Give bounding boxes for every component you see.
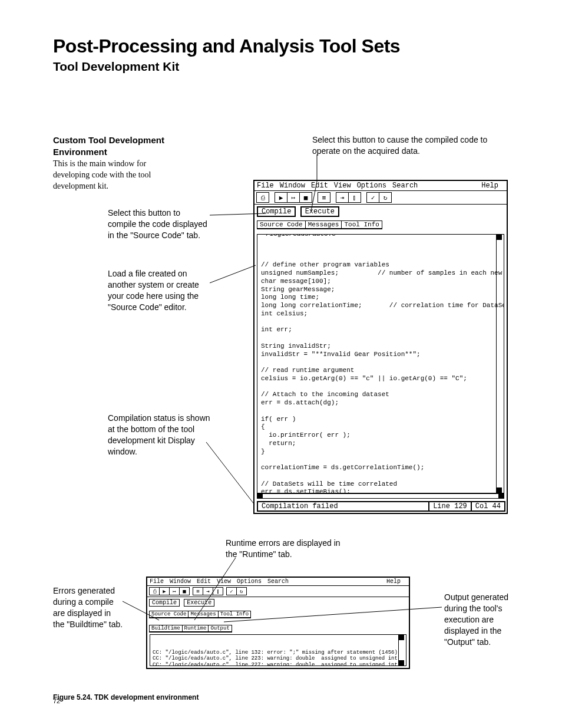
menu-search[interactable]: Search xyxy=(392,182,418,190)
page-subtitle: Tool Development Kit xyxy=(53,60,515,74)
section-heading: Custom Tool Development Environment xyxy=(53,134,165,157)
messages-text: CC: "/logic/eads/auto.c", line 132: erro… xyxy=(153,650,404,666)
tab-source-code[interactable]: Source Code xyxy=(257,220,306,229)
callout-compile: Select this button to compile the code d… xyxy=(108,207,208,241)
menu-window[interactable]: Window xyxy=(170,578,191,585)
print-icon[interactable]: ⎙ xyxy=(256,192,269,203)
menubar: File Window Edit View Options Search Hel… xyxy=(254,181,507,191)
source-file-path: /logic/eads/auto.c xyxy=(263,234,338,239)
group-icon[interactable]: ⇥ xyxy=(336,192,349,203)
svg-line-3 xyxy=(210,265,256,283)
run-icon[interactable]: ▶ xyxy=(159,587,170,595)
tab-tool-info[interactable]: Tool Info xyxy=(341,220,382,229)
page-title: Post-Processing and Analysis Tool Sets xyxy=(53,35,515,57)
status-message: Compilation failed xyxy=(257,501,429,512)
callout-source-editor: Load a file created on another system or… xyxy=(108,268,208,313)
tdk-messages-window: File Window Edit View Options Search Hel… xyxy=(146,577,410,669)
step-icon[interactable]: ↦ xyxy=(287,192,300,203)
stop-icon[interactable]: ■ xyxy=(179,587,190,595)
tdk-main-window: File Window Edit View Options Search Hel… xyxy=(253,180,508,514)
section-body: This is the main window for developing c… xyxy=(53,159,165,192)
callout-runtime: Runtime errors are displayed in the "Run… xyxy=(226,538,349,560)
horizontal-scrollbar[interactable] xyxy=(257,493,504,499)
toolbar-small: ⎙ ▶ ↦ ■ ≡ ⇥ ⫿ ✓ ↻ xyxy=(147,586,409,597)
menu-edit[interactable]: Edit xyxy=(311,182,328,190)
menu-options[interactable]: Options xyxy=(357,182,386,190)
menu-file[interactable]: File xyxy=(257,182,274,190)
step-icon[interactable]: ↦ xyxy=(169,587,180,595)
menubar-small: File Window Edit View Options Search Hel… xyxy=(147,578,409,586)
source-code-text: // define other program variables unsign… xyxy=(261,261,500,493)
menu-search[interactable]: Search xyxy=(267,578,289,585)
loop-icon[interactable]: ↻ xyxy=(236,587,247,595)
menu-view[interactable]: View xyxy=(217,578,231,585)
menu-view[interactable]: View xyxy=(334,182,351,190)
check-icon[interactable]: ✓ xyxy=(366,192,379,203)
tab-runtime[interactable]: Runtime xyxy=(182,625,209,633)
menu-options[interactable]: Options xyxy=(237,578,262,585)
execute-button[interactable]: Execute xyxy=(184,599,214,607)
execute-button[interactable]: Execute xyxy=(300,206,339,217)
tab-messages[interactable]: Messages xyxy=(305,220,342,229)
list-icon[interactable]: ≡ xyxy=(318,192,330,203)
split-icon[interactable]: ⫿ xyxy=(213,587,223,595)
status-line: Line 129 xyxy=(428,501,472,512)
run-icon[interactable]: ▶ xyxy=(275,192,287,203)
compile-button[interactable]: Compile xyxy=(257,206,296,217)
menu-help[interactable]: Help xyxy=(481,182,498,190)
page-number: 72 xyxy=(53,697,60,704)
vertical-scrollbar[interactable] xyxy=(398,635,404,666)
menu-file[interactable]: File xyxy=(150,578,164,585)
toolbar: ⎙ ▶ ↦ ■ ≡ ⇥ ⫿ ✓ ↻ xyxy=(254,191,507,205)
list-icon[interactable]: ≡ xyxy=(193,587,203,595)
tab-tool-info[interactable]: Tool Info xyxy=(218,611,252,618)
callout-output: Output generated during the tool's execu… xyxy=(444,592,515,647)
print-icon[interactable]: ⎙ xyxy=(149,587,160,595)
tab-output[interactable]: Output xyxy=(208,625,232,633)
menu-window[interactable]: Window xyxy=(280,182,305,190)
menu-help[interactable]: Help xyxy=(386,578,401,585)
upper-tabs: Source CodeMessagesTool Info xyxy=(254,218,507,230)
figure-caption: Figure 5.24. TDK development environment xyxy=(53,693,199,701)
vertical-scrollbar[interactable] xyxy=(496,235,501,493)
tab-messages[interactable]: Messages xyxy=(188,611,218,618)
tab-source-code[interactable]: Source Code xyxy=(149,611,189,618)
callout-execute: Select this button to cause the compiled… xyxy=(312,134,489,157)
statusbar: Compilation failed Line 129 Col 44 xyxy=(257,501,504,512)
messages-output[interactable]: CC: "/logic/eads/auto.c", line 132: erro… xyxy=(150,634,406,666)
callout-buildtime: Errors generated during a compile are di… xyxy=(53,585,124,630)
tab-buildtime[interactable]: Buildtime xyxy=(149,625,183,633)
status-col: Col 44 xyxy=(471,501,505,512)
compile-button[interactable]: Compile xyxy=(149,599,180,607)
check-icon[interactable]: ✓ xyxy=(226,587,237,595)
source-code-editor[interactable]: /logic/eads/auto.c // define other progr… xyxy=(257,234,504,493)
menu-edit[interactable]: Edit xyxy=(197,578,211,585)
split-icon[interactable]: ⫿ xyxy=(348,192,361,203)
callout-status: Compilation status is shown at the botto… xyxy=(108,413,214,457)
loop-icon[interactable]: ↻ xyxy=(379,192,392,203)
stop-icon[interactable]: ■ xyxy=(299,192,312,203)
group-icon[interactable]: ⇥ xyxy=(203,587,213,595)
